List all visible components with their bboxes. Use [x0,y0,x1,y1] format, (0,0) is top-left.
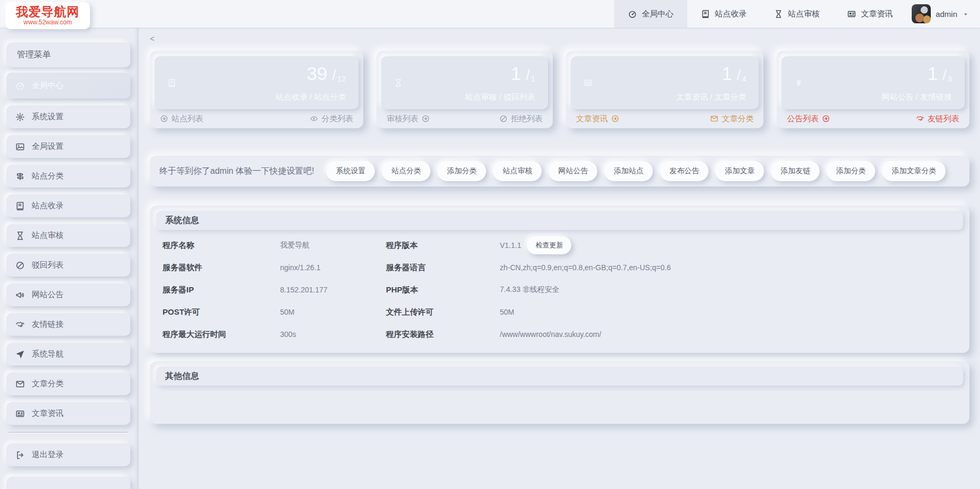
sidebar-item-label: 站点审核 [32,230,64,241]
sidebar-item-logout[interactable]: 退出登录 [6,443,130,466]
stat-label: 网站公告 / 友情链接 [882,92,952,102]
svg-text:¥: ¥ [796,78,801,87]
sidebar-item-5[interactable]: 站点收录 [6,194,130,217]
caret-down-icon [962,11,969,18]
bullhorn-icon [15,290,25,300]
stat-card-4-link-2[interactable]: 友链列表 [916,114,959,124]
sidebar-item-label: 网站公告 [32,290,64,300]
info-label: PHP版本 [386,279,500,301]
stat-card-2-summary: 1/1站点审核 / 驳回列表 [381,56,548,109]
stat-card-4-link-1[interactable]: 公告列表 [787,114,830,124]
stat-link-label: 分类列表 [321,114,353,124]
info-value: 7.4.33 非线程安全 [500,279,957,301]
sidebar-item-3[interactable]: 全局设置 [6,135,130,158]
info-label: 程序安装路径 [386,323,500,345]
stat-total: 12 [337,74,346,83]
stat-link-label: 审核列表 [386,114,418,124]
gear-icon [15,112,25,122]
top-nav-item-2[interactable]: 站点收录 [687,0,760,28]
quick-button-6[interactable]: 添加站点 [604,161,653,181]
top-nav: 全局中心站点收录站点审核文章资讯 [614,0,906,28]
yen-icon: ¥ [794,78,803,87]
stat-card-3-summary: 1/4文章资讯 / 文章分类 [571,56,759,109]
info-label: 程序名称 [163,234,280,256]
check-update-button[interactable]: 检查更新 [527,236,571,254]
stat-label: 站点收录 / 站点分类 [276,92,346,102]
image-icon [15,142,25,152]
stat-total: 3 [948,74,952,83]
sidebar-item-12[interactable]: 文章资讯 [6,402,130,425]
stat-card-4: ¥1/3网站公告 / 友情链接公告列表友链列表 [777,51,969,128]
sidebar-item-1[interactable]: 全局中心 [6,73,130,99]
stat-link-label: 文章资讯 [576,114,608,124]
quick-button-11[interactable]: 添加文章分类 [882,161,946,181]
quick-button-1[interactable]: 系统设置 [326,161,375,181]
info-label: 服务器软件 [163,256,280,279]
sidebar-item-label: 友情链接 [32,319,64,330]
stat-card-2-link-1[interactable]: 审核列表 [386,114,430,124]
stat-label: 站点审核 / 驳回列表 [465,92,535,102]
book-icon [15,201,25,211]
handshake-icon [15,320,25,330]
handshake-icon [916,114,924,123]
stat-link-label: 站点列表 [172,114,203,124]
top-nav-label: 站点收录 [715,9,747,19]
stat-link-label: 友链列表 [928,114,959,124]
quickbar: 终于等到你了admin 体验一下快捷设置吧! 系统设置站点分类添加分类站点审核网… [150,156,969,186]
quick-button-8[interactable]: 添加文章 [715,161,764,181]
sidebar-item-2[interactable]: 系统设置 [6,105,130,128]
quick-button-9[interactable]: 添加友链 [771,161,820,181]
quick-button-7[interactable]: 发布公告 [660,161,708,181]
stat-card-3-link-1[interactable]: 文章资讯 [576,114,619,124]
quick-button-5[interactable]: 网站公告 [549,161,597,181]
sidebar-item-label: 站点收录 [32,201,64,211]
quickbar-username: admin [210,166,233,175]
other-info-panel: 其他信息 [150,361,969,424]
sidebar-item-6[interactable]: 站点审核 [6,224,130,247]
stat-link-label: 公告列表 [787,114,819,124]
top-nav-item-4[interactable]: 文章资讯 [833,0,906,28]
brand-title: 我爱导航网 [16,5,79,19]
system-info-panel: 系统信息 程序名称我爱导航程序版本V1.1.1检查更新服务器软件nginx/1.… [150,206,969,353]
logo[interactable]: 我爱导航网 www.52waw.com [5,2,90,29]
hourglass-icon [15,231,25,241]
other-info-title: 其他信息 [156,367,963,386]
dashboard-icon [15,81,25,91]
stat-value: 1 [511,63,521,84]
stat-card-1-link-2[interactable]: 分类列表 [310,114,353,124]
sidebar-item-9[interactable]: 友情链接 [6,313,130,336]
book-icon [167,78,176,87]
top-nav-item-3[interactable]: 站点审核 [760,0,833,28]
info-value: V1.1.1检查更新 [500,234,957,256]
info-value: nginx/1.26.1 [280,256,386,279]
stat-value: 39 [307,63,327,84]
stat-total: 1 [531,74,535,83]
quick-button-4[interactable]: 站点审核 [493,161,542,181]
quick-button-3[interactable]: 添加分类 [437,161,486,181]
stat-link-label: 文章分类 [722,114,753,124]
quickbar-greeting: 终于等到你了admin 体验一下快捷设置吧! [159,166,314,177]
brand-subtitle: www.52waw.com [16,19,79,26]
sidebar: 管理菜单 全局中心系统设置全局设置站点分类站点收录站点审核驳回列表网站公告友情链… [0,28,139,489]
ban-icon [15,261,25,270]
top-nav-label: 全局中心 [642,9,673,19]
sidebar-item-11[interactable]: 文章分类 [6,372,130,395]
stat-card-2-link-2[interactable]: 拒绝列表 [499,114,543,124]
newspaper-icon [847,10,856,19]
sidebar-item-8[interactable]: 网站公告 [6,283,130,306]
stat-card-3-link-2[interactable]: 文章分类 [710,114,753,124]
signpost-icon [15,172,25,181]
user-menu[interactable]: admin [906,0,980,28]
stat-card-1-link-1[interactable]: 站点列表 [160,114,203,124]
quick-button-2[interactable]: 站点分类 [382,161,430,181]
sidebar-item-4[interactable]: 站点分类 [6,165,130,188]
sidebar-item-10[interactable]: 系统导航 [6,343,130,366]
dashboard-icon [628,10,637,19]
other-info-body [156,386,963,416]
stat-value: 1 [722,63,732,84]
logout-label: 退出登录 [32,450,64,460]
sidebar-collapse-toggle[interactable]: < [150,34,161,43]
quick-button-10[interactable]: 添加分类 [826,161,875,181]
sidebar-item-7[interactable]: 驳回列表 [6,254,130,277]
top-nav-item-1[interactable]: 全局中心 [614,0,687,28]
